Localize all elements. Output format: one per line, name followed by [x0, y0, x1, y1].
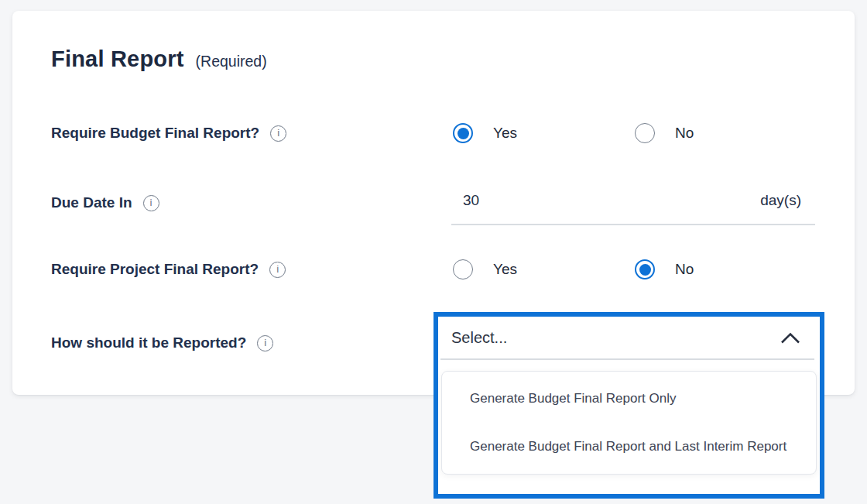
row-require-budget-final-report: Require Budget Final Report? i Yes No	[51, 120, 828, 146]
field-label: How should it be Reported?	[51, 334, 246, 351]
row-due-date-in: Due Date In i day(s)	[51, 190, 828, 216]
dropdown-menu: Generate Budget Final Report Only Genera…	[441, 371, 817, 475]
menu-option-budget-and-last-interim[interactable]: Generate Budget Final Report and Last In…	[442, 423, 816, 471]
info-glyph: i	[264, 338, 266, 348]
label-group: Due Date In i	[51, 190, 159, 216]
chevron-up-icon	[780, 331, 801, 345]
radio-group-project-final-report: Yes No	[451, 256, 815, 283]
radio-selected-icon	[453, 123, 473, 143]
radio-option-no[interactable]: No	[635, 256, 694, 283]
radio-group-budget-final-report: Yes No	[451, 120, 815, 146]
radio-selected-icon	[635, 259, 655, 279]
select-divider	[440, 358, 814, 360]
report-type-select[interactable]: Select...	[438, 317, 820, 358]
info-icon[interactable]: i	[257, 335, 273, 351]
radio-label: No	[675, 261, 694, 278]
menu-option-budget-only[interactable]: Generate Budget Final Report Only	[442, 375, 816, 423]
required-tag: (Required)	[196, 53, 267, 70]
card-title-row: Final Report (Required)	[51, 46, 267, 72]
field-label: Require Budget Final Report?	[51, 125, 259, 142]
select-placeholder: Select...	[451, 329, 507, 347]
field-label: Require Project Final Report?	[51, 261, 259, 278]
label-group: Require Project Final Report? i	[51, 256, 286, 283]
radio-option-yes[interactable]: Yes	[453, 256, 517, 283]
info-icon[interactable]: i	[143, 195, 159, 211]
unit-label: day(s)	[760, 192, 815, 209]
info-icon[interactable]: i	[269, 262, 286, 278]
due-date-input[interactable]	[451, 192, 618, 209]
info-glyph: i	[276, 264, 279, 275]
row-require-project-final-report: Require Project Final Report? i Yes No	[51, 256, 828, 283]
radio-option-no[interactable]: No	[635, 120, 694, 146]
radio-unselected-icon	[453, 259, 473, 279]
radio-label: Yes	[493, 261, 517, 278]
radio-option-yes[interactable]: Yes	[453, 120, 517, 146]
info-icon[interactable]: i	[270, 125, 286, 142]
page-title: Final Report	[51, 46, 184, 72]
info-glyph: i	[277, 128, 279, 139]
due-date-input-line: day(s)	[451, 190, 815, 225]
radio-label: No	[675, 125, 694, 142]
label-group: Require Budget Final Report? i	[51, 120, 286, 146]
label-group: How should it be Reported? i	[51, 330, 273, 356]
radio-unselected-icon	[635, 123, 655, 143]
info-glyph: i	[150, 197, 152, 208]
report-type-dropdown: Select... Generate Budget Final Report O…	[434, 312, 824, 499]
field-label: Due Date In	[51, 194, 132, 211]
radio-label: Yes	[493, 125, 517, 142]
